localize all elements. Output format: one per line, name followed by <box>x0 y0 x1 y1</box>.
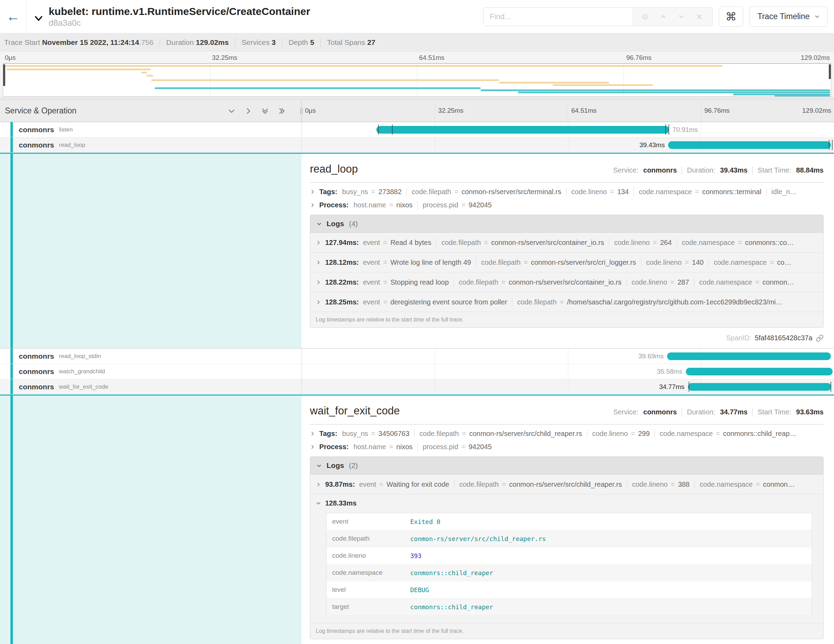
span-timeline-cell[interactable]: 35.58ms <box>302 364 834 379</box>
trace-view-selector[interactable]: Trace Timeline <box>750 6 828 27</box>
find-input[interactable] <box>483 8 632 26</box>
log-entry[interactable]: 128.12ms: event=Wrote log line of length… <box>310 252 823 272</box>
axis-tick: 64.51ms <box>419 54 444 61</box>
minimap-span-segment <box>553 84 653 86</box>
log-entry-expanded-header[interactable]: 128.33ms <box>316 499 818 507</box>
collapse-all-icon[interactable] <box>261 107 269 115</box>
minimap-canvas[interactable] <box>3 63 831 97</box>
span-detail-read-loop: read_loop Service:conmonrs Duration:39.4… <box>0 153 834 349</box>
span-name-cell[interactable]: conmonrs watch_grandchild <box>0 364 302 379</box>
span-row-listen: conmonrs listen 70.91ms <box>0 122 834 138</box>
locate-icon[interactable] <box>641 13 649 21</box>
span-name-cell[interactable]: conmonrs wait_for_exit_code <box>0 379 302 394</box>
axis-tick: 64.51ms <box>571 107 597 115</box>
link-icon[interactable] <box>816 334 824 342</box>
tags-accordion[interactable]: Tags: busy_ns=34506763 code.filepath=con… <box>310 429 824 438</box>
logs-accordion-header[interactable]: Logs (2) <box>310 457 823 474</box>
logs-section: Logs (4) 127.94ms: event=Read 4 bytes co… <box>310 215 824 328</box>
table-row: target conmonrs::child_reaper <box>326 599 812 615</box>
find-prev-icon[interactable] <box>659 13 667 21</box>
log-timestamp: 127.94ms: <box>325 239 359 247</box>
find-clear-icon[interactable] <box>696 13 703 21</box>
back-arrow-icon: ← <box>6 9 20 24</box>
span-bar[interactable]: 35.58ms <box>686 368 832 375</box>
logs-footnote: Log timestamps are relative to the start… <box>310 312 823 327</box>
span-timeline-cell[interactable]: 39.69ms <box>302 349 834 364</box>
divider <box>310 182 824 183</box>
divider <box>0 97 834 100</box>
log-marker <box>831 382 831 392</box>
minimap-range-handle[interactable] <box>829 65 831 79</box>
operation-name: wait_for_exit_code <box>59 383 108 390</box>
span-bar[interactable]: 39.43ms <box>668 141 831 149</box>
span-name-cell[interactable]: conmonrs listen <box>0 122 302 137</box>
process-accordion[interactable]: Process: host.name=nixos process.pid=942… <box>310 443 824 451</box>
chevron-down-icon <box>316 501 321 506</box>
span-list-header: Service & Operation 0μs 32.25ms 64.51ms … <box>0 100 834 122</box>
log-marker <box>392 125 393 135</box>
find-next-icon[interactable] <box>677 13 685 21</box>
minimap-span-segment <box>155 87 481 89</box>
process-label: Process: <box>319 443 349 451</box>
span-color-accent <box>10 349 13 364</box>
logs-count: (2) <box>349 461 358 470</box>
expand-one-icon[interactable] <box>244 107 252 115</box>
table-row: level DEBUG <box>326 581 812 599</box>
divider <box>320 38 321 47</box>
trace-title-collapse-toggle[interactable] <box>33 13 44 24</box>
trace-id: d8a3a0c <box>49 18 310 28</box>
span-timeline-cell[interactable]: 70.91ms <box>302 122 834 137</box>
service-name: conmonrs <box>19 383 54 391</box>
axis-tick: 96.76ms <box>626 54 652 61</box>
span-detail-wait-for-exit-code: wait_for_exit_code Service:conmonrs Dura… <box>0 395 834 644</box>
divider <box>160 38 160 47</box>
chevron-right-icon <box>316 240 321 245</box>
span-timeline-cell[interactable]: 34.77ms <box>302 379 834 394</box>
log-entry[interactable]: 128.25ms: event=deregistering event sour… <box>310 292 823 312</box>
span-bar[interactable]: 70.91ms <box>376 126 669 134</box>
span-timeline-cell[interactable]: 39.43ms <box>302 138 834 152</box>
chevron-right-icon <box>310 431 315 436</box>
chevron-right-icon <box>316 260 321 265</box>
log-entry[interactable]: 127.94ms: event=Read 4 bytes code.filepa… <box>310 233 823 252</box>
back-button[interactable]: ← <box>0 0 26 33</box>
service-operation-label: Service & Operation <box>5 106 228 115</box>
axis-tick: 0μs <box>305 107 316 115</box>
trace-minimap: 0μs 32.25ms 64.51ms 96.76ms 129.02ms <box>0 52 834 97</box>
chevron-right-icon <box>310 189 315 194</box>
log-marker <box>832 140 832 150</box>
span-id-label: SpanID: <box>726 334 751 342</box>
operation-name: listen <box>59 126 73 133</box>
tags-accordion[interactable]: Tags: busy_ns=273882 code.filepath=conmo… <box>310 188 824 196</box>
span-color-accent <box>10 396 13 644</box>
trace-services: Services 3 <box>242 38 276 47</box>
trace-page-header: ← kubelet: runtime.v1.RuntimeService/Cre… <box>0 0 834 33</box>
logs-accordion-header[interactable]: Logs (4) <box>310 215 823 233</box>
collapse-controls <box>228 107 286 115</box>
log-marker <box>378 125 379 135</box>
span-bar[interactable]: 39.69ms <box>667 353 831 360</box>
divider <box>282 38 283 47</box>
collapse-one-icon[interactable] <box>228 107 236 115</box>
minimap-range-handle[interactable] <box>3 65 5 86</box>
chevron-down-icon <box>815 14 820 19</box>
expand-all-icon[interactable] <box>278 107 286 115</box>
chevron-right-icon <box>316 482 321 487</box>
find-suffix-controls <box>632 8 712 26</box>
minimap-axis: 0μs 32.25ms 64.51ms 96.76ms 129.02ms <box>3 53 831 63</box>
keyboard-shortcuts-button[interactable]: ⌘ <box>719 6 743 27</box>
span-name-cell[interactable]: conmonrs read_loop <box>0 138 302 152</box>
span-detail-title: wait_for_exit_code <box>310 405 400 417</box>
process-label: Process: <box>319 201 349 209</box>
process-accordion[interactable]: Process: host.name=nixos process.pid=942… <box>310 201 824 209</box>
span-name-cell[interactable]: conmonrs read_loop_stdin <box>0 349 302 364</box>
span-detail-content: read_loop Service:conmonrs Duration:39.4… <box>302 154 834 348</box>
trace-view-label: Trace Timeline <box>758 12 810 21</box>
log-marker <box>829 140 829 150</box>
span-duration-label: 39.43ms <box>640 141 665 149</box>
log-entry[interactable]: 93.87ms: event=Waiting for exit code cod… <box>310 474 823 494</box>
span-bar[interactable]: 34.77ms <box>688 383 831 391</box>
trace-start: Trace Start November 15 2022, 11:24:14.7… <box>4 38 154 47</box>
log-entry[interactable]: 128.22ms: event=Stopping read loop code.… <box>310 272 823 292</box>
trace-total-spans: Total Spans 27 <box>327 38 375 47</box>
